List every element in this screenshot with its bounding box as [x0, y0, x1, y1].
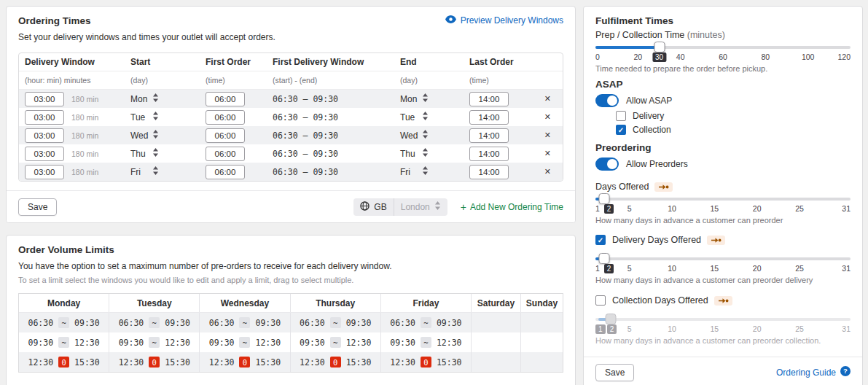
end-day-select[interactable]: Wed [400, 130, 429, 141]
subcol-delivery-window: (hour: min) minutes [25, 76, 130, 85]
volume-slot[interactable]: 09:30~12:30 [291, 332, 381, 352]
limit-badge: 0 [58, 357, 69, 368]
ordering-time-row: 180 min Wed 06:30 – 09:30 Wed ✕ [19, 126, 563, 144]
fulfilment-times-card: Fulfilment Times Prep / Collection Time … [583, 6, 863, 385]
start-day-select[interactable]: Thu [130, 148, 159, 159]
volume-slot[interactable]: 06:30~09:30 [200, 313, 290, 332]
arrow-to-dot-icon [654, 182, 673, 192]
end-day-select[interactable]: Mon [400, 93, 429, 104]
no-limit-badge: ~ [149, 337, 160, 348]
empty-slot [472, 352, 521, 372]
volume-slot[interactable]: 12:30015:30 [200, 352, 290, 372]
first-order-input[interactable] [206, 110, 245, 125]
delete-row-button[interactable]: ✕ [544, 131, 551, 139]
empty-slot [521, 352, 563, 372]
col-first-order: First Order [206, 57, 273, 67]
col-start: Start [130, 57, 206, 67]
toggle-knob [607, 159, 617, 169]
collection-days-checkbox[interactable] [595, 295, 606, 306]
week-header-row: Monday Tuesday Wednesday Thursday Friday… [19, 294, 563, 313]
first-order-input[interactable] [206, 165, 245, 179]
no-limit-badge: ~ [330, 337, 341, 348]
empty-slot [472, 332, 521, 352]
no-limit-badge: ~ [239, 337, 250, 348]
collection-label: Collection [633, 125, 671, 135]
allow-asap-toggle[interactable] [595, 94, 619, 107]
subcol-start: (day) [130, 76, 206, 85]
start-day-select[interactable]: Wed [130, 130, 159, 141]
week-slot-row: 09:30~12:30 09:30~12:30 09:30~12:30 09:3… [19, 332, 563, 352]
last-order-input[interactable] [469, 165, 509, 179]
volume-slot[interactable]: 06:30~09:30 [381, 313, 472, 332]
start-day-select[interactable]: Mon [130, 93, 159, 104]
slider-track[interactable] [595, 257, 851, 260]
last-order-input[interactable] [469, 147, 509, 161]
slider-track[interactable] [595, 198, 851, 201]
asap-collection-row: ✓ Collection [616, 125, 851, 135]
collection-days-ticks: 1 2 5 10 15 20 25 31 [595, 324, 851, 334]
plus-icon: + [461, 202, 466, 212]
chevron-up-down-icon [152, 130, 159, 141]
timezone-select[interactable]: GB London [353, 198, 447, 216]
volume-slot[interactable]: 12:30015:30 [19, 352, 109, 372]
delivery-window-input[interactable] [25, 110, 64, 125]
last-order-input[interactable] [469, 110, 509, 125]
allow-preorders-toggle[interactable] [595, 158, 619, 171]
first-order-input[interactable] [206, 92, 245, 106]
volume-slot[interactable]: 09:30~12:30 [200, 332, 290, 352]
prep-time-label: Prep / Collection Time (minutes) [595, 30, 851, 40]
save-button[interactable]: Save [18, 198, 57, 216]
last-order-input[interactable] [469, 92, 509, 106]
slider-handle[interactable] [598, 193, 609, 204]
ordering-time-row: 180 min Thu 06:30 – 09:30 Thu ✕ [19, 144, 563, 163]
delete-row-button[interactable]: ✕ [544, 168, 551, 176]
delete-row-button[interactable]: ✕ [544, 113, 551, 121]
limit-badge: 0 [149, 357, 160, 368]
order-volume-hint: To set a limit select the windows you wo… [18, 276, 563, 284]
start-day-select[interactable]: Fri [130, 166, 159, 177]
delivery-label: Delivery [633, 111, 664, 121]
volume-slot[interactable]: 12:30015:30 [109, 352, 200, 372]
volume-slot[interactable]: 09:30~12:30 [19, 332, 109, 352]
volume-slot[interactable]: 12:30015:30 [291, 352, 381, 372]
save-button[interactable]: Save [595, 364, 634, 381]
preview-delivery-windows-link[interactable]: Preview Delivery Windows [445, 15, 563, 26]
end-day-select[interactable]: Fri [400, 166, 429, 177]
volume-slot[interactable]: 06:30~09:30 [109, 313, 200, 332]
ordering-guide-link[interactable]: Ordering Guide ? [776, 366, 851, 378]
delete-row-button[interactable]: ✕ [544, 95, 551, 103]
end-day-select[interactable]: Thu [400, 148, 429, 159]
delivery-window-input[interactable] [25, 147, 64, 161]
days-offered-slider [595, 193, 851, 204]
add-ordering-time-button[interactable]: + Add New Ordering Time [461, 202, 563, 212]
delivery-days-checkbox[interactable]: ✓ [595, 235, 606, 245]
no-limit-badge: ~ [58, 337, 69, 348]
end-day-select[interactable]: Tue [400, 112, 429, 122]
volume-slot[interactable]: 09:30~12:30 [109, 332, 200, 352]
delivery-checkbox[interactable] [616, 111, 626, 121]
collection-checkbox[interactable]: ✓ [616, 125, 626, 135]
day-header: Monday [19, 294, 109, 312]
delivery-window-input[interactable] [25, 165, 64, 179]
duration-label: 180 min [71, 95, 98, 104]
days-offered-help: How many days in advance a customer can … [595, 216, 851, 225]
slider-handle[interactable] [598, 253, 609, 264]
delivery-window-input[interactable] [25, 128, 64, 143]
delete-row-button[interactable]: ✕ [544, 149, 551, 158]
delivery-window-input[interactable] [25, 92, 64, 106]
volume-slot[interactable]: 09:30~12:30 [381, 332, 472, 352]
table-header-row: Delivery Window Start First Order First … [19, 53, 563, 71]
table-subheader-row: (hour: min) minutes (day) (time) (start)… [19, 71, 563, 90]
slider-handle[interactable] [654, 42, 665, 52]
first-order-input[interactable] [206, 128, 245, 143]
current-value-badge: 2 [604, 264, 614, 273]
arrow-to-dot-icon [707, 236, 725, 245]
volume-slot[interactable]: 06:30~09:30 [19, 313, 109, 332]
volume-slot[interactable]: 06:30~09:30 [291, 313, 381, 332]
first-order-input[interactable] [206, 147, 245, 161]
ordering-times-title: Ordering Times [18, 15, 91, 26]
last-order-input[interactable] [469, 128, 509, 143]
volume-slot[interactable]: 12:30015:30 [381, 352, 472, 372]
start-day-select[interactable]: Tue [130, 112, 159, 122]
day-header: Saturday [472, 294, 521, 312]
